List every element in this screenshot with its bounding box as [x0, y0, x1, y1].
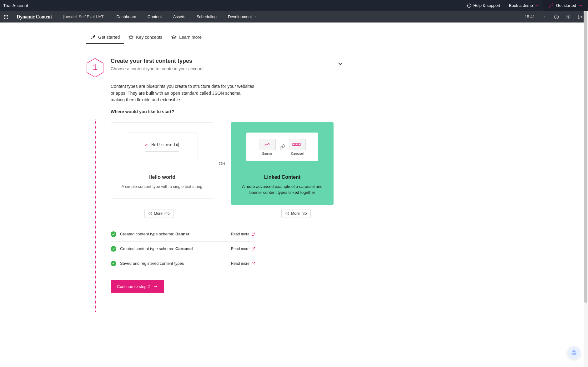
checklist-item: Saved and registered content types Read … [111, 256, 255, 271]
svg-line-30 [253, 247, 255, 249]
more-info-hello-button[interactable]: More info [144, 209, 174, 218]
checklist-item: Created content type schema: Banner Read… [111, 227, 255, 242]
card-desc: A simple content type with a single text… [118, 184, 206, 190]
arrow-right-icon [153, 284, 158, 289]
svg-point-8 [4, 16, 5, 17]
svg-point-10 [7, 16, 8, 17]
svg-line-29 [253, 233, 255, 234]
help-icon [554, 14, 559, 19]
step-connector-line [95, 119, 96, 312]
svg-point-15 [556, 18, 557, 18]
star-icon [128, 35, 133, 40]
read-more-link[interactable]: Read more [231, 261, 255, 266]
get-started-cta[interactable]: Get started [543, 0, 588, 11]
svg-point-2 [469, 5, 470, 5]
trial-account-label: Trial Account [3, 3, 28, 8]
svg-point-12 [5, 18, 6, 19]
tab-learn-more[interactable]: Learn more [167, 31, 206, 44]
check-icon [111, 261, 116, 266]
nav-dashboard[interactable]: Dashboard [111, 11, 141, 23]
svg-point-13 [7, 18, 8, 19]
arrow-right-icon [579, 4, 582, 8]
apps-grid-icon [3, 14, 8, 19]
step-badge: 1 [86, 58, 104, 78]
info-icon [148, 212, 152, 215]
card-desc: A more advanced example of a carousel an… [238, 184, 326, 196]
time-dropdown[interactable] [539, 12, 550, 22]
nav-assets[interactable]: Assets [168, 11, 190, 23]
check-icon [111, 246, 116, 252]
card-title: Linked Content [238, 174, 326, 180]
chevron-down-icon [543, 15, 546, 19]
chevron-down-icon [254, 15, 257, 18]
read-more-link[interactable]: Read more [231, 232, 255, 236]
rocket-icon [91, 35, 96, 40]
step-prompt: Where would you like to start? [111, 109, 344, 114]
svg-rect-22 [298, 143, 300, 145]
checklist-item: Created content type schema: Carousel Re… [111, 242, 255, 256]
svg-point-11 [4, 18, 5, 19]
sub-tabs: Get started Key concepts Learn more [86, 31, 344, 44]
chevron-down-icon [337, 60, 344, 68]
info-icon [467, 3, 471, 8]
hub-name: jlansdell Self Eval UAT [57, 11, 110, 23]
tab-get-started[interactable]: Get started [86, 31, 124, 44]
svg-line-31 [253, 262, 255, 264]
external-link-icon [251, 232, 255, 236]
step-subtitle: Choose a content type to create in your … [111, 66, 204, 71]
svg-point-6 [5, 15, 6, 16]
svg-point-9 [5, 16, 6, 17]
card-hello-world[interactable]: >Hello world Hello world A simple conten… [111, 122, 213, 199]
step-title: Create your first content types [111, 58, 204, 64]
help-button[interactable] [551, 12, 562, 22]
step-number: 1 [93, 63, 97, 72]
rocket-icon [549, 3, 554, 8]
or-separator: OR [213, 122, 231, 205]
settings-button[interactable] [563, 12, 574, 22]
arrow-right-icon [535, 4, 539, 8]
svg-rect-20 [293, 143, 295, 145]
hello-world-preview: >Hello world [126, 133, 198, 161]
clock-time: 15:41 [521, 14, 538, 19]
svg-point-25 [150, 213, 150, 213]
svg-point-16 [568, 16, 569, 18]
help-support-link[interactable]: Help & support [463, 0, 505, 11]
checklist: Created content type schema: Banner Read… [111, 227, 255, 271]
nav-content[interactable]: Content [143, 11, 167, 23]
brand-logo[interactable]: Dynamic Content [12, 11, 57, 23]
nav-development[interactable]: Development [223, 11, 262, 23]
card-title: Hello world [118, 174, 206, 180]
svg-marker-18 [129, 35, 133, 39]
logout-icon [578, 14, 583, 19]
svg-point-7 [7, 15, 8, 16]
trial-top-bar: Trial Account Help & support Book a demo… [0, 0, 588, 11]
external-link-icon [251, 262, 255, 265]
continue-button[interactable]: Continue to step 2 [111, 280, 164, 293]
carousel-thumb-icon [291, 142, 304, 147]
scrollbar-thumb[interactable] [584, 11, 587, 303]
apps-menu-button[interactable] [0, 11, 12, 23]
gear-icon [566, 14, 571, 19]
read-more-link[interactable]: Read more [231, 247, 255, 251]
svg-point-5 [4, 15, 5, 16]
info-icon [285, 212, 289, 215]
step-description: Content types are blueprints you create … [111, 83, 254, 103]
scrollbar-track[interactable] [584, 11, 588, 312]
card-linked-content[interactable]: Banner Carousel Linked Content A more ad… [231, 122, 334, 205]
check-icon [111, 231, 116, 237]
external-link-icon [251, 247, 255, 251]
book-demo-link[interactable]: Book a demo [505, 0, 543, 11]
svg-point-28 [287, 213, 288, 213]
nav-scheduling[interactable]: Scheduling [192, 11, 222, 23]
more-info-linked-button[interactable]: More info [281, 209, 311, 218]
graduation-cap-icon [171, 34, 177, 40]
link-icon [279, 144, 285, 150]
collapse-step-button[interactable] [336, 59, 345, 68]
svg-rect-21 [295, 143, 298, 145]
linked-content-preview: Banner Carousel [246, 133, 318, 161]
banner-thumb-icon [264, 142, 270, 147]
main-nav: Dynamic Content jlansdell Self Eval UAT … [0, 11, 588, 23]
tab-key-concepts[interactable]: Key concepts [124, 31, 167, 44]
